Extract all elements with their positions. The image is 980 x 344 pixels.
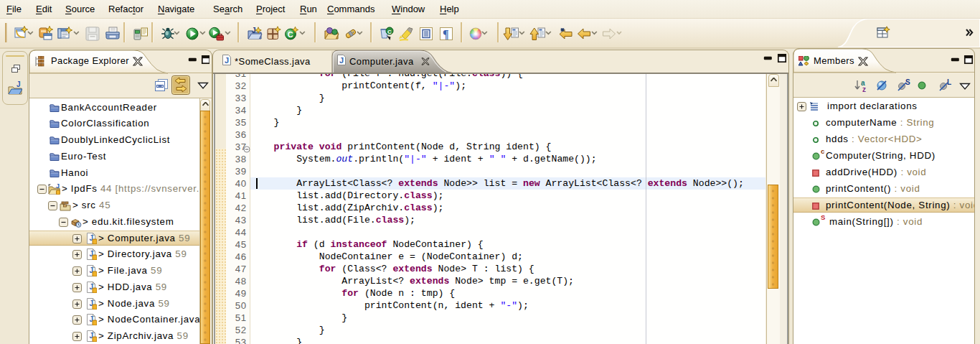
svg-text:¶: ¶ <box>443 28 449 40</box>
svg-text:J: J <box>225 56 229 65</box>
svg-text:J: J <box>56 183 60 190</box>
svg-text:L: L <box>947 78 951 86</box>
svg-text:J: J <box>339 56 344 65</box>
svg-text:J: J <box>252 27 256 34</box>
svg-text:S: S <box>905 78 910 86</box>
svg-text:C: C <box>288 30 293 39</box>
svg-text:z: z <box>862 85 866 93</box>
svg-text:C: C <box>387 29 392 35</box>
svg-text:J: J <box>17 81 21 88</box>
